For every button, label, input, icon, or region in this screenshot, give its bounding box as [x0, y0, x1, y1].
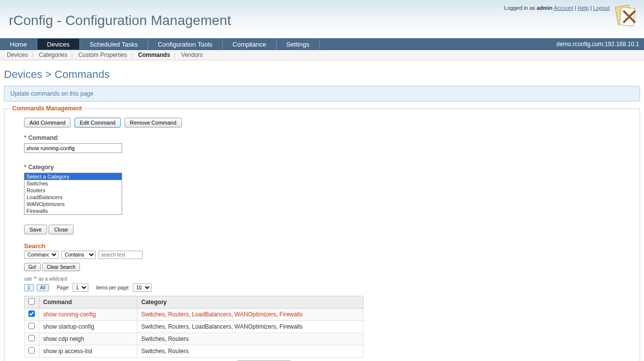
row-checkbox[interactable] — [28, 323, 35, 329]
subnav-devices[interactable]: Devices — [4, 51, 31, 59]
table-row[interactable]: show ip access-listSwitches, Routers — [25, 345, 363, 358]
close-button[interactable]: Close — [49, 225, 73, 234]
subnav-custom-properties[interactable]: Custom Properties — [76, 51, 130, 59]
category-label: *Category — [24, 164, 630, 171]
category-option[interactable]: Firewalls — [25, 207, 122, 214]
commands-table: Command Category show running-configSwit… — [24, 296, 363, 358]
nav-devices[interactable]: Devices — [37, 39, 80, 50]
help-link[interactable]: Help — [578, 5, 589, 11]
add-command-button[interactable]: Add Command — [24, 118, 71, 128]
fieldset-legend: Commands Management — [10, 105, 84, 112]
wildcard-hint: use '*' as a wildcard — [24, 276, 630, 282]
category-option[interactable]: WANOptimizers — [25, 201, 122, 207]
nav-home[interactable]: Home — [0, 39, 37, 50]
search-op-select[interactable]: Contains — [61, 251, 96, 259]
subnav-commands[interactable]: Commands — [135, 51, 173, 59]
category-listbox[interactable]: Select a Category Switches Routers LoadB… — [24, 173, 122, 215]
username: admin — [537, 5, 552, 11]
main-nav: Home Devices Scheduled Tasks Configurati… — [0, 38, 644, 50]
nav-scheduled-tasks[interactable]: Scheduled Tasks — [80, 39, 148, 50]
table-row[interactable]: show startup-configSwitches, Routers, Lo… — [25, 321, 363, 333]
cell-category: Switches, Routers, LoadBalancers, WANOpt… — [137, 309, 363, 321]
nav-compliance[interactable]: Compliance — [223, 39, 277, 50]
app-logo-icon — [614, 4, 639, 29]
clear-search-button[interactable]: Clear Search — [42, 263, 79, 271]
subnav-categories[interactable]: Categories — [36, 51, 70, 59]
category-option[interactable]: Select a Category — [25, 173, 122, 180]
cell-category: Switches, Routers — [137, 333, 363, 345]
col-command: Command — [39, 296, 137, 309]
table-row[interactable]: show cdp neighSwitches, Routers — [25, 333, 363, 345]
server-info: demo.rconfig.com:192.168.10.1 — [551, 39, 644, 50]
svg-rect-1 — [619, 7, 635, 26]
page-all-button[interactable]: All — [37, 284, 49, 291]
items-per-page-label: items per page: — [96, 285, 130, 290]
page-select[interactable]: 1 — [73, 284, 88, 292]
search-go-button[interactable]: Go! — [24, 263, 41, 271]
search-heading: Search — [24, 242, 630, 250]
nav-config-tools[interactable]: Configuration Tools — [148, 39, 223, 50]
user-info-bar: Logged in as admin Account | Help | Logo… — [504, 5, 610, 11]
edit-command-button[interactable]: Edit Command — [75, 118, 121, 128]
logout-link[interactable]: Logout — [593, 5, 610, 11]
col-category: Category — [137, 296, 363, 309]
row-checkbox[interactable] — [28, 310, 35, 317]
info-banner: Update commands on this page — [4, 86, 640, 102]
items-per-page-select[interactable]: 10 — [133, 284, 152, 292]
search-field-select[interactable]: Command — [24, 251, 58, 259]
page-label: Page: — [57, 285, 70, 290]
page-1-button[interactable]: 1 — [24, 284, 34, 291]
search-text-input[interactable] — [99, 251, 143, 259]
commands-fieldset: Commands Management Add Command Edit Com… — [4, 108, 640, 361]
nav-settings[interactable]: Settings — [277, 39, 320, 50]
remove-command-button[interactable]: Remove Command — [125, 118, 182, 128]
cell-command: show cdp neigh — [39, 333, 137, 345]
sub-nav: Devices| Categories| Custom Properties| … — [0, 50, 644, 60]
category-option[interactable]: LoadBalancers — [25, 194, 122, 201]
row-checkbox[interactable] — [28, 335, 35, 341]
breadcrumb: Devices > Commands — [4, 65, 640, 86]
table-row[interactable]: show running-configSwitches, Routers, Lo… — [25, 309, 363, 321]
save-button[interactable]: Save — [24, 225, 47, 234]
subnav-vendors[interactable]: Vendors — [178, 51, 206, 59]
category-option[interactable]: Switches — [25, 180, 122, 187]
command-label: *Command: — [24, 134, 630, 141]
cell-command: show running-config — [39, 309, 137, 321]
account-link[interactable]: Account — [554, 5, 573, 11]
logged-in-label: Logged in as — [504, 5, 537, 11]
category-option[interactable]: Routers — [25, 187, 122, 194]
cell-category: Switches, Routers — [137, 345, 363, 358]
col-checkbox — [25, 296, 39, 309]
cell-command: show startup-config — [39, 321, 137, 333]
cell-category: Switches, Routers, LoadBalancers, WANOpt… — [137, 321, 363, 333]
command-input[interactable] — [24, 143, 122, 153]
select-all-checkbox[interactable] — [28, 298, 35, 305]
cell-command: show ip access-list — [39, 345, 137, 358]
row-checkbox[interactable] — [28, 347, 35, 354]
